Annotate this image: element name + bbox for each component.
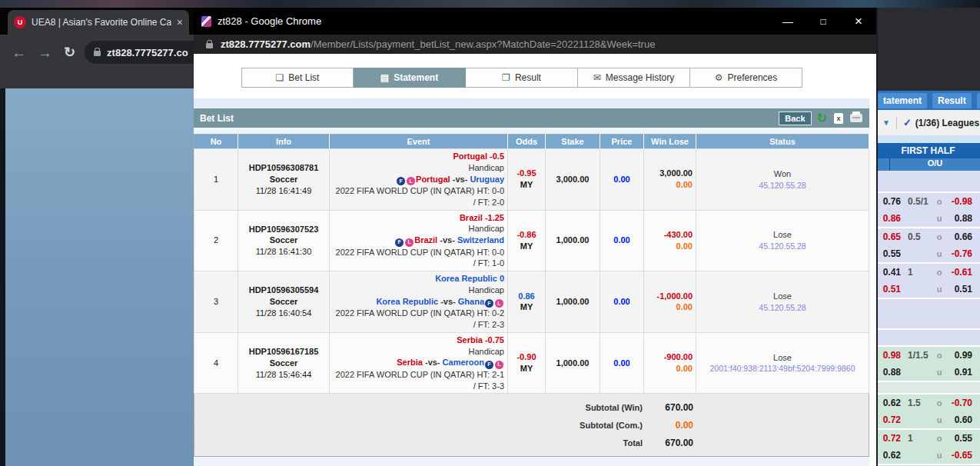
tab-preferences[interactable]: ⚙Preferences [690,68,802,88]
back-button[interactable]: Back [779,112,811,125]
live-icon[interactable]: L [495,361,503,369]
odds-value: -0.95 [511,168,542,179]
bet-sport: Soccer [241,235,326,246]
stats-icon[interactable]: F [485,361,493,369]
tab-label: Preferences [728,72,778,83]
window-edge [0,88,5,466]
reload-icon[interactable]: ↻ [64,45,75,59]
odds-row[interactable]: 0.621.5o-0.70 [876,394,980,411]
odds-row[interactable]: 0.721o0.55 [876,430,980,447]
column-header: Event [330,135,508,149]
popup-address-bar[interactable]: zt828.7775277.com/Member/Lists/payment_b… [194,35,876,54]
background-address-bar[interactable]: zt828.7775277.co [85,41,194,64]
refresh-icon[interactable]: ↻ [817,112,827,125]
odds-row[interactable]: 0.981/1.5o0.99 [876,347,980,364]
over-label: o [933,268,945,277]
bet-price: 0.00 [600,332,644,394]
close-button[interactable]: × [841,8,876,35]
bet-teams: Serbia -vs- CameroonFL [333,357,504,368]
bet-status: Lose45.120.55.28 [696,271,869,333]
odds-nav-result[interactable]: Result [932,93,972,108]
odds-nav-tatement[interactable]: tatement [878,93,927,108]
status-word: Lose [699,229,865,241]
handicap-value: 1.5 [901,398,933,408]
background-browser-right: tatementResultPreferences ▼ ✓ (1/36) Lea… [876,8,980,466]
popup-title-bar[interactable]: zt828 - Google Chrome — □ × [194,8,876,35]
odds-blank-row [876,171,980,193]
odds-row[interactable]: 0.760.5/1o-0.98 [876,193,980,210]
odds-currency: MY [511,301,542,313]
column-header: Price [600,135,644,149]
live-icon[interactable]: L [407,177,415,185]
left-odds: 0.62 [876,450,901,461]
bet-summary: Subtotal (Win)670.00Subtotal (Com.)0.00T… [194,394,869,457]
odds-row[interactable]: 0.88u0.91 [876,364,980,381]
background-tab[interactable]: U UEA8 | Asian's Favorite Online Ca × [8,10,189,35]
summary-line: Subtotal (Com.)0.00 [194,416,869,434]
bet-ref: HDP10596308781 [241,162,326,174]
over-label: o [933,434,945,443]
odds-row[interactable]: 0.72u0.60 [876,411,980,428]
betlist-icon: ❏ [276,73,284,82]
live-icon[interactable]: L [495,299,503,308]
zt828-favicon-icon [201,16,211,27]
stats-icon[interactable]: F [397,177,405,185]
bet-market: Handicap [333,162,504,174]
win-value: 3,000.00 [647,168,693,179]
background-toolbar-right [876,8,980,91]
desktop-background-strip [0,0,980,8]
maximize-button[interactable]: □ [806,8,841,35]
tab-message-history[interactable]: ✉Message History [578,68,690,88]
summary-value: 0.00 [643,420,695,431]
left-odds: 0.72 [876,414,901,425]
stats-icon[interactable]: F [485,299,493,308]
over-label: o [933,197,945,206]
tab-result[interactable]: ❐Result [466,68,578,88]
back-icon[interactable]: ← [12,45,26,60]
under-label: u [933,368,945,377]
odds-value: 0.86 [511,291,542,302]
tab-statement[interactable]: ▤Statement [354,68,466,88]
odds-nav-preferences[interactable]: Preferences [977,93,980,108]
lock-icon [206,43,213,48]
tab-close-icon[interactable]: × [177,17,183,28]
tab-bet-list[interactable]: ❏Bet List [241,68,354,88]
status-word: Won [699,168,865,180]
live-icon[interactable]: L [405,238,414,247]
bet-stake: 1,000.00 [546,332,600,394]
bet-table-header: NoInfoEventOddsStakePriceWin LoseStatus [194,135,869,149]
export-excel-icon[interactable]: x [834,113,843,124]
bet-teams: Korea Republic -vs- GhanaFL [333,296,504,308]
odds-row[interactable]: 0.650.5o0.66 [876,228,980,245]
com-value: 0.00 [647,363,693,374]
forward-icon[interactable]: → [38,45,52,60]
under-odds: 0.88 [945,213,980,224]
bet-sport: Soccer [241,296,326,308]
status-word: Lose [699,291,865,302]
bet-ref: HDP10596305594 [241,285,326,296]
win-value: -1,000.00 [647,291,693,302]
uea8-favicon-icon: U [14,16,26,28]
vs-label: -vs- [437,235,457,245]
column-header: Odds [508,135,546,149]
result-icon: ❐ [502,73,510,82]
odds-row[interactable]: 0.86u0.88 [876,210,980,227]
bet-time: 11/28 16:41:30 [241,246,326,258]
under-odds: -0.65 [945,450,980,461]
leagues-filter-row[interactable]: ▼ ✓ (1/36) Leagues [876,110,980,135]
odds-row[interactable]: 0.55u-0.76 [876,245,980,262]
background-url-text: zt828.7775277.co [107,47,188,58]
print-icon[interactable] [850,114,862,122]
odds-row[interactable]: 0.62u-0.65 [876,447,980,464]
odds-row[interactable]: 0.411o-0.61 [876,264,980,281]
bet-status: Won45.120.55.28 [696,149,869,211]
odds-row[interactable]: 0.51u0.51 [876,281,980,298]
bet-league: 2022 FIFA WORLD CUP (IN QATAR) HT: 0-0 /… [333,247,504,270]
chevron-down-icon[interactable]: ▼ [882,118,890,127]
popup-window-title: zt828 - Google Chrome [218,15,321,27]
minimize-button[interactable]: — [770,8,806,35]
status-word: Lose [699,352,865,364]
bet-league: 2022 FIFA WORLD CUP (IN QATAR) HT: 0-0 /… [333,185,504,208]
stats-icon[interactable]: F [395,238,404,247]
under-odds: 0.51 [945,284,980,295]
